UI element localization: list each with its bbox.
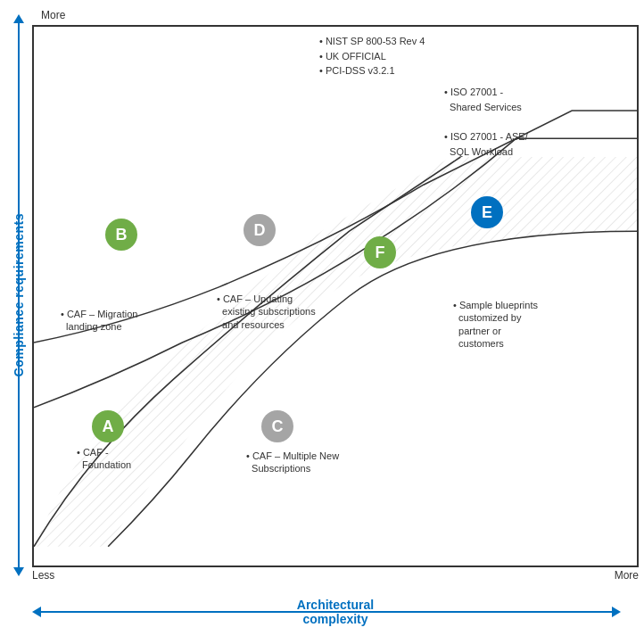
x-axis-arrow-right — [612, 607, 621, 617]
x-less-label: Less — [32, 569, 54, 585]
y-axis-label: Compliance requirements — [12, 213, 26, 376]
chart-box: A B C D E F • CAF - Foundation • CAF – M… — [32, 25, 639, 567]
y-axis-arrow-down — [13, 567, 24, 576]
x-axis-line — [41, 611, 612, 613]
badge-a: A — [92, 410, 124, 442]
y-axis-arrow-up — [13, 14, 24, 23]
badge-f: F — [364, 236, 396, 268]
annotation-caf-update: • CAF – Updating existing subscriptions … — [217, 293, 316, 331]
y-more-label: More — [41, 9, 65, 21]
x-more-label: More — [615, 569, 639, 585]
top-labels: More — [32, 5, 639, 25]
y-axis-container: Compliance requirements — [5, 5, 32, 585]
x-axis-arrow-left — [32, 607, 41, 617]
annotation-nist: • NIST SP 800-53 Rev 4 • UK OFFICIAL • P… — [319, 34, 425, 78]
diagram-container: Compliance requirements More — [5, 5, 639, 639]
annotation-sample-blueprints: • Sample blueprints customized by partne… — [453, 299, 538, 350]
bottom-labels: Less More — [32, 567, 639, 585]
annotation-iso-shared: • ISO 27001 - Shared Services — [444, 85, 522, 114]
badge-c: C — [261, 410, 293, 442]
chart-svg — [34, 27, 637, 566]
badge-b: B — [105, 219, 137, 251]
annotation-caf-multi-sub: • CAF – Multiple New Subscriptions — [246, 450, 339, 475]
badge-d: D — [244, 214, 276, 246]
annotation-caf-landing-zone: • CAF – Migration landing zone — [61, 308, 137, 334]
x-axis-section: Architectural complexity — [5, 585, 639, 639]
badge-e: E — [471, 196, 503, 228]
annotation-iso-ase: • ISO 27001 - ASE/ SQL Workload — [444, 129, 528, 159]
annotation-caf-foundation: • CAF - Foundation — [77, 446, 131, 472]
